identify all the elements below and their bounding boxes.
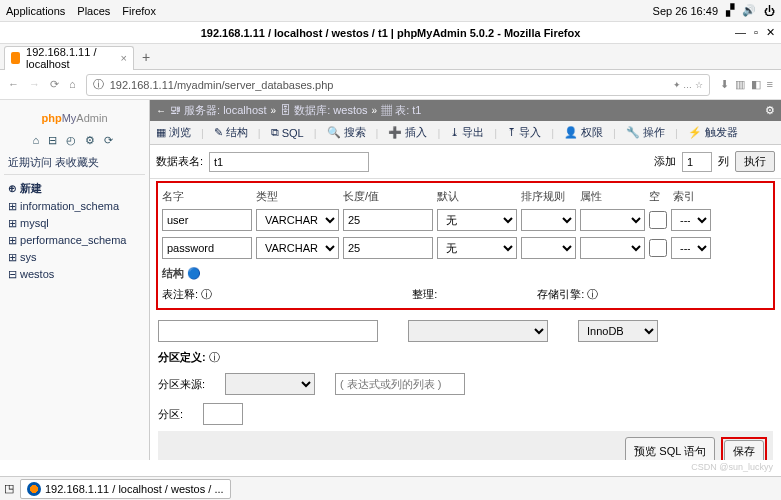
tab-sql[interactable]: ⧉ SQL	[271, 126, 304, 139]
col-attr-select[interactable]	[580, 237, 645, 259]
partition-expr-input[interactable]	[335, 373, 465, 395]
browser-tab[interactable]: 192.168.1.11 / localhost ×	[4, 46, 134, 70]
taskbar-item[interactable]: 192.168.1.11 / localhost / westos / ...	[20, 479, 231, 499]
volume-icon[interactable]: 🔊	[742, 4, 756, 17]
url-actions[interactable]: ✦ … ☆	[673, 80, 703, 90]
tab-import[interactable]: ⤒ 导入	[507, 125, 541, 140]
partition-by-select[interactable]	[225, 373, 315, 395]
col-collation-select[interactable]	[521, 237, 576, 259]
db-item[interactable]: ⊞ information_schema	[4, 198, 145, 215]
address-bar[interactable]: ⓘ 192.168.1.11/myadmin/server_databases.…	[86, 74, 710, 96]
browser-tabstrip: 192.168.1.11 / localhost × +	[0, 44, 781, 70]
col-type-select[interactable]: VARCHAR	[256, 237, 339, 259]
columns-highlight: 名字 类型 长度/值 默认 排序规则 属性 空 索引 VARCHAR 无 ---…	[156, 181, 775, 310]
db-item[interactable]: ⊞ mysql	[4, 215, 145, 232]
col-name-input[interactable]	[162, 237, 252, 259]
window-list-icon[interactable]: ◳	[4, 482, 14, 495]
minimize-icon[interactable]: —	[735, 26, 746, 39]
partition-by-row: 分区来源:	[158, 371, 773, 397]
pma-content: ← 🖳 服务器: localhost » 🗄 数据库: westos » ▦ 表…	[150, 100, 781, 460]
new-db[interactable]: ⊕ 新建	[4, 179, 145, 198]
network-icon[interactable]: ▞	[726, 4, 734, 17]
tab-operations[interactable]: 🔧 操作	[626, 125, 665, 140]
tab-insert[interactable]: ➕ 插入	[388, 125, 427, 140]
sidebar-icon[interactable]: ◧	[751, 78, 761, 91]
pma-tabs: ▦ 浏览| ✎ 结构| ⧉ SQL| 🔍 搜索| ➕ 插入| ⤓ 导出| ⤒ 导…	[150, 121, 781, 145]
partition-def-label: 分区定义:	[158, 351, 206, 363]
db-item[interactable]: ⊞ sys	[4, 249, 145, 266]
menu-applications[interactable]: Applications	[6, 5, 65, 17]
structure-heading: 结构 🔵	[162, 262, 769, 285]
tab-export[interactable]: ⤓ 导出	[450, 125, 484, 140]
col-index-select[interactable]: ---	[671, 237, 711, 259]
save-button[interactable]: 保存	[724, 440, 764, 460]
collation-select[interactable]	[408, 320, 548, 342]
col-length-input[interactable]	[343, 209, 433, 231]
col-default-select[interactable]: 无	[437, 209, 517, 231]
partitions-row: 分区:	[158, 397, 773, 427]
power-icon[interactable]: ⏻	[764, 5, 775, 17]
meta-row: InnoDB	[158, 318, 773, 344]
col-default-select[interactable]: 无	[437, 237, 517, 259]
comment-input[interactable]	[158, 320, 378, 342]
col-collation-select[interactable]	[521, 209, 576, 231]
menu-places[interactable]: Places	[77, 5, 110, 17]
table-name-input[interactable]	[209, 152, 369, 172]
add-label: 添加	[654, 154, 676, 169]
partitions-input[interactable]	[203, 403, 243, 425]
db-tree: ⊕ 新建 ⊞ information_schema ⊞ mysql ⊞ perf…	[4, 179, 145, 283]
firefox-icon	[27, 482, 41, 496]
cols-label: 列	[718, 154, 729, 169]
bc-table[interactable]: ▦ 表: t1	[381, 103, 421, 118]
close-icon[interactable]: ✕	[766, 26, 775, 39]
browser-toolbar: ← → ⟳ ⌂ ⓘ 192.168.1.11/myadmin/server_da…	[0, 70, 781, 100]
execute-button[interactable]: 执行	[735, 151, 775, 172]
menu-icon[interactable]: ≡	[767, 78, 773, 91]
tab-privileges[interactable]: 👤 权限	[564, 125, 603, 140]
info-icon[interactable]: ⓘ	[93, 77, 104, 92]
db-item[interactable]: ⊞ performance_schema	[4, 232, 145, 249]
menu-firefox[interactable]: Firefox	[122, 5, 156, 17]
sidebar-icons[interactable]: ⌂ ⊟ ◴ ⚙ ⟳	[4, 130, 145, 151]
columns-header: 名字 类型 长度/值 默认 排序规则 属性 空 索引	[162, 187, 769, 206]
col-attr-select[interactable]	[580, 209, 645, 231]
col-type-select[interactable]: VARCHAR	[256, 209, 339, 231]
col-name-input[interactable]	[162, 209, 252, 231]
tab-structure[interactable]: ✎ 结构	[214, 125, 248, 140]
col-index-select[interactable]: ---	[671, 209, 711, 231]
desktop-taskbar: ◳ 192.168.1.11 / localhost / westos / ..…	[0, 476, 781, 500]
home-icon[interactable]: ⌂	[69, 78, 76, 91]
action-buttons: 预览 SQL 语句 保存	[158, 431, 773, 460]
tab-close-icon[interactable]: ×	[121, 52, 127, 64]
pma-sidebar: phpMyAdmin ⌂ ⊟ ◴ ⚙ ⟳ 近期访问 表收藏夹 ⊕ 新建 ⊞ in…	[0, 100, 150, 460]
db-item[interactable]: ⊟ westos	[4, 266, 145, 283]
window-title: 192.168.1.11 / localhost / westos / t1 |…	[201, 27, 581, 39]
sidebar-links[interactable]: 近期访问 表收藏夹	[4, 151, 145, 175]
back-icon[interactable]: ←	[8, 78, 19, 91]
maximize-icon[interactable]: ▫	[754, 26, 758, 39]
downloads-icon[interactable]: ⬇	[720, 78, 729, 91]
col-null-check[interactable]	[649, 237, 667, 259]
bc-db[interactable]: 🗄 数据库: westos	[280, 103, 367, 118]
breadcrumb: ← 🖳 服务器: localhost » 🗄 数据库: westos » ▦ 表…	[150, 100, 781, 121]
pma-logo: phpMyAdmin	[4, 104, 145, 130]
bc-server[interactable]: 🖳 服务器: localhost	[170, 103, 267, 118]
window-titlebar: 192.168.1.11 / localhost / westos / t1 |…	[0, 22, 781, 44]
engine-select[interactable]: InnoDB	[578, 320, 658, 342]
col-length-input[interactable]	[343, 237, 433, 259]
new-tab-button[interactable]: +	[134, 49, 158, 65]
tab-search[interactable]: 🔍 搜索	[327, 125, 366, 140]
tab-browse[interactable]: ▦ 浏览	[156, 125, 191, 140]
tab-triggers[interactable]: ⚡ 触发器	[688, 125, 738, 140]
add-columns-input[interactable]	[682, 152, 712, 172]
tab-title: 192.168.1.11 / localhost	[26, 46, 114, 70]
watermark: CSDN @sun_luckyy	[691, 462, 773, 472]
reload-icon[interactable]: ⟳	[50, 78, 59, 91]
preview-sql-button[interactable]: 预览 SQL 语句	[625, 437, 715, 460]
favicon-icon	[11, 52, 20, 64]
library-icon[interactable]: ▥	[735, 78, 745, 91]
url-text: 192.168.1.11/myadmin/server_databases.ph…	[110, 79, 334, 91]
col-null-check[interactable]	[649, 209, 667, 231]
bc-settings-icon[interactable]: ⚙	[765, 104, 775, 117]
clock: Sep 26 16:49	[653, 5, 718, 17]
